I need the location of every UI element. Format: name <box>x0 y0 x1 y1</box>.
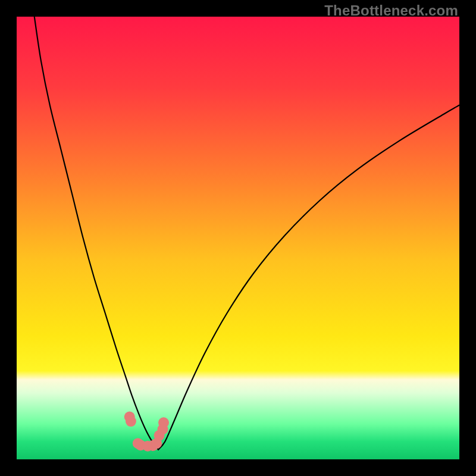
chart-frame: TheBottleneck.com <box>0 0 476 476</box>
watermark-text: TheBottleneck.com <box>324 2 458 19</box>
trough-marker <box>154 430 165 441</box>
trough-marker <box>126 416 136 427</box>
plot-area <box>17 17 459 459</box>
plot-svg <box>17 17 459 459</box>
